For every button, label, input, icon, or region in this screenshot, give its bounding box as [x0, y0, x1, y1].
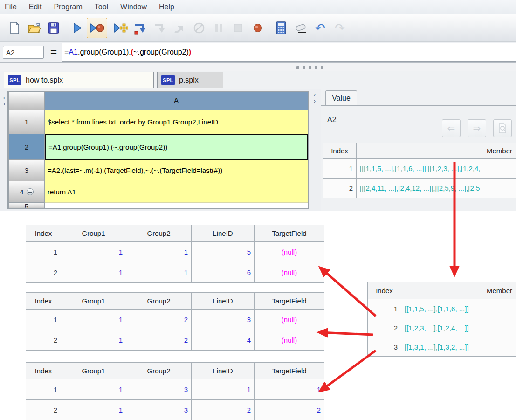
run-current-cell-button[interactable] [131, 18, 150, 38]
group-col-group2[interactable]: Group2 [126, 363, 192, 379]
group-col-targetfield[interactable]: TargetField [255, 225, 324, 242]
value-table-row[interactable]: 2[[[2,4,11, ...],[2,4,12, ...]],[[2,5,9,… [323, 179, 516, 198]
group-cell: 2 [26, 262, 61, 283]
next-value-button[interactable]: ⇒ [468, 119, 486, 137]
grid-row-header-5[interactable]: 5 [8, 203, 45, 209]
menu-item-file[interactable]: File [5, 3, 17, 11]
preview-value-button[interactable] [493, 119, 512, 137]
menu-item-program[interactable]: Program [54, 3, 82, 11]
redo-button[interactable]: ↷ [330, 18, 350, 38]
member-table-row[interactable]: 1[[1,1,5, ...],[1,1,6, ...]] [368, 299, 516, 318]
group-table-1: IndexGroup1Group2LineIDTargetField1115(n… [26, 225, 324, 283]
file-tab-how-to-splx[interactable]: SPLhow to.splx [4, 72, 154, 88]
preview-icon [498, 123, 507, 133]
cell-reference-input[interactable] [3, 46, 44, 59]
group-table: IndexGroup1Group2LineIDTargetField1123(n… [26, 292, 324, 351]
grid-cell-A3[interactable]: =A2.(last=~.m(-1).(TargetField),~.(~.(Ta… [45, 160, 308, 181]
debug-run-icon [89, 22, 105, 34]
member-table-row[interactable]: 2[[1,2,3, ...],[1,2,4, ...]] [368, 318, 516, 337]
grid-corner-cell[interactable] [8, 92, 45, 110]
spl-file-icon: SPL [8, 75, 21, 85]
grid-cell-A2[interactable]: =A1.group(Group1).(~.group(Group2)) [45, 134, 308, 160]
undo-icon: ↶ [315, 22, 325, 34]
group-cell: (null) [255, 330, 324, 351]
file-tab-label: how to.splx [26, 76, 63, 84]
breakpoint-button[interactable] [248, 18, 268, 38]
value-tab[interactable]: Value [325, 90, 357, 106]
group-table-row[interactable]: 21322 [26, 400, 324, 420]
group-col-group1[interactable]: Group1 [61, 225, 126, 242]
menu-item-window[interactable]: Window [120, 3, 147, 11]
group-table-row[interactable]: 2124(null) [26, 330, 324, 351]
group-col-index[interactable]: Index [26, 363, 61, 379]
formula-input[interactable]: =A1.group(Group1).(~.group(Group2)) [62, 43, 516, 62]
breakpoint-icon [252, 22, 263, 34]
grid-cell-A1[interactable]: $select * from lines.txt order by Group1… [45, 110, 308, 134]
new-file-button[interactable] [5, 18, 24, 38]
menu-item-edit[interactable]: Edit [29, 3, 42, 11]
grid-cell-A5[interactable] [45, 203, 308, 209]
undo-button[interactable]: ↶ [310, 18, 330, 38]
group-col-lineid[interactable]: LineID [192, 363, 255, 379]
grid-row-header-1[interactable]: 1 [8, 110, 45, 134]
group-col-targetfield[interactable]: TargetField [255, 363, 324, 379]
group-col-group2[interactable]: Group2 [126, 225, 192, 242]
member-col-member[interactable]: Member [401, 282, 516, 299]
group-col-index[interactable]: Index [26, 225, 61, 242]
group-table-row[interactable]: 11311 [26, 379, 324, 400]
grid-column-header-A[interactable]: A [45, 92, 308, 110]
left-collapse-icon[interactable]: ‹› [1, 95, 7, 107]
step-run-button[interactable] [111, 18, 131, 38]
value-col-member[interactable]: Member [357, 143, 516, 159]
save-button[interactable] [44, 18, 63, 38]
group-cell: 2 [192, 400, 255, 420]
group-col-group1[interactable]: Group1 [61, 363, 126, 379]
cancel-button[interactable] [189, 18, 209, 38]
group-col-group2[interactable]: Group2 [126, 293, 192, 310]
formula-segment: = [64, 48, 69, 56]
grid-cell-A4[interactable]: return A1 [45, 181, 308, 203]
step-next-button[interactable] [150, 18, 170, 38]
value-nav: ⇐ ⇒ [442, 119, 512, 137]
group-col-index[interactable]: Index [26, 293, 61, 310]
value-table-row[interactable]: 1[[[1,1,5, ...],[1,1,6, ...]],[[1,2,3, .… [323, 159, 516, 179]
run-current-cell-icon [133, 21, 147, 35]
pause-button[interactable] [209, 18, 228, 38]
group-table: IndexGroup1Group2LineIDTargetField1115(n… [26, 225, 324, 283]
run-button[interactable] [67, 18, 87, 38]
file-tab-p-splx[interactable]: SPLp.splx [157, 72, 223, 88]
calculator-button[interactable] [271, 18, 291, 38]
save-icon [47, 21, 60, 34]
equals-button[interactable]: = [50, 46, 57, 59]
step-return-button[interactable] [170, 18, 189, 38]
group-table-row[interactable]: 1115(null) [26, 242, 324, 262]
menu-item-help[interactable]: Help [159, 3, 174, 11]
group-col-lineid[interactable]: LineID [192, 293, 255, 310]
workspace: ‹› ‹› A 1$select * from lines.txt order … [0, 89, 516, 211]
clear-button[interactable] [291, 18, 310, 38]
group-col-group1[interactable]: Group1 [61, 293, 126, 310]
group-cell: 1 [61, 400, 126, 420]
open-file-button[interactable] [24, 18, 44, 38]
group-cell: 6 [192, 262, 255, 283]
stop-button[interactable] [228, 18, 248, 38]
horizontal-splitter[interactable] [0, 62, 516, 72]
group-col-targetfield[interactable]: TargetField [255, 293, 324, 310]
group-table-row[interactable]: 2116(null) [26, 262, 324, 283]
group-col-lineid[interactable]: LineID [192, 225, 255, 242]
grid-row-header-2[interactable]: 2 [8, 134, 45, 160]
group-cell: 3 [126, 379, 192, 400]
grid-row-header-3[interactable]: 3 [8, 160, 45, 181]
group-cell: (null) [255, 242, 324, 262]
collapse-minus-icon[interactable] [27, 188, 34, 195]
panel-collapse-icon[interactable]: ‹› [311, 92, 318, 104]
prev-value-button[interactable]: ⇐ [442, 119, 461, 137]
member-col-index[interactable]: Index [368, 282, 401, 299]
group-table-row[interactable]: 1123(null) [26, 310, 324, 330]
menu-item-tool[interactable]: Tool [95, 3, 108, 11]
debug-run-button[interactable] [87, 18, 107, 38]
value-col-index[interactable]: Index [323, 143, 357, 159]
member-table-row[interactable]: 3[[1,3,1, ...],[1,3,2, ...]] [368, 337, 516, 357]
grid-row-5: 5 [8, 203, 308, 209]
grid-row-header-4[interactable]: 4 [8, 181, 45, 203]
